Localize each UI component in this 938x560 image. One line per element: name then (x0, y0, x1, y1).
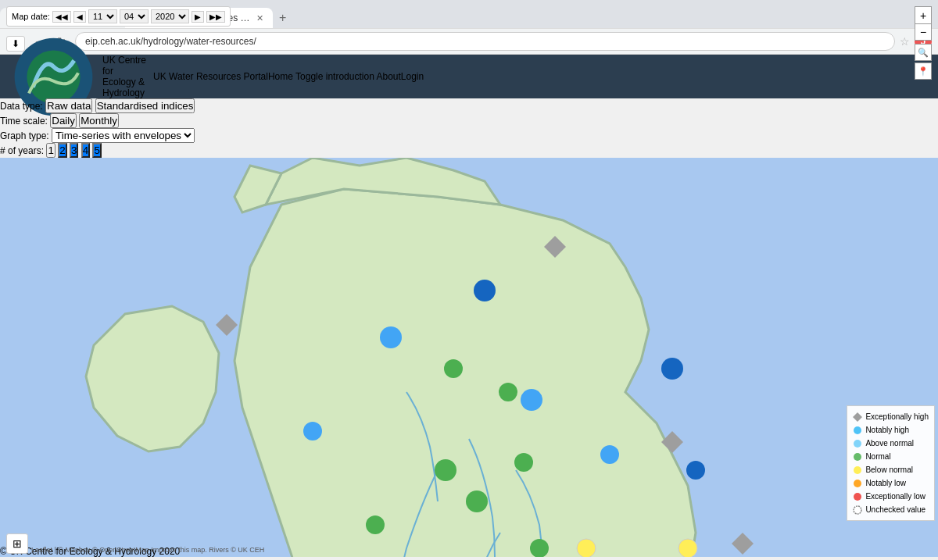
map-point[interactable] (678, 539, 697, 557)
map-point[interactable] (661, 358, 683, 380)
map-point[interactable] (380, 326, 402, 348)
map-legend: Exceptionally high Notably high Above no… (847, 405, 935, 521)
map-attribution: Leaflet | © Mapbox © OpenStreetMap Impro… (31, 546, 264, 554)
svg-point-14 (854, 466, 861, 474)
main-content: 0 30 km 20 mi Map date: ◀◀ ◀ 11 04 2020 … (0, 158, 938, 546)
years-label: # of years: (0, 145, 44, 156)
data-type-group: Data type: Raw data Standardised indices (0, 98, 938, 113)
svg-point-16 (854, 493, 861, 501)
years-4-button[interactable]: 4 (81, 143, 90, 158)
map-point[interactable] (577, 539, 596, 557)
nav-toggle-intro[interactable]: Toggle introduction (295, 71, 374, 82)
map-search-area: 🔍 (915, 44, 932, 61)
legend-item-exc-high: Exceptionally high (853, 410, 929, 423)
map-point[interactable] (499, 383, 517, 401)
map-panel: 0 30 km 20 mi Map date: ◀◀ ◀ 11 04 2020 … (0, 158, 938, 557)
login-link[interactable]: Login (401, 71, 424, 82)
map-next-next-btn[interactable]: ▶▶ (206, 11, 225, 23)
logo-text: UK Centre for Ecology & Hydrology (102, 55, 153, 98)
main-nav: Home Toggle introduction About (268, 71, 401, 82)
map-search-button[interactable]: 🔍 (915, 44, 932, 61)
map-point[interactable] (474, 280, 496, 301)
map-point[interactable] (466, 490, 488, 512)
tab-portal-close[interactable]: ✕ (256, 13, 263, 23)
raw-data-button[interactable]: Raw data (45, 98, 92, 113)
nav-home[interactable]: Home (268, 71, 293, 82)
years-2-button[interactable]: 2 (58, 143, 66, 158)
map-point[interactable] (366, 515, 385, 534)
graph-type-label: Graph type: (0, 130, 49, 141)
map-point[interactable] (444, 359, 463, 378)
daily-button[interactable]: Daily (50, 113, 77, 128)
time-scale-label: Time scale: (0, 116, 48, 127)
svg-point-15 (854, 480, 861, 487)
map-day-select[interactable]: 11 (88, 9, 117, 23)
legend-item-unchecked: Unchecked value (853, 503, 929, 516)
layers-area: ⊞ (6, 533, 28, 554)
bookmark-icon[interactable]: ☆ (900, 35, 910, 48)
legend-item-exc-low: Exceptionally low (853, 490, 929, 503)
svg-point-13 (854, 453, 861, 461)
svg-marker-10 (853, 412, 862, 422)
map-date-control: Map date: ◀◀ ◀ 11 04 2020 ▶ ▶▶ (6, 6, 231, 27)
graph-type-select[interactable]: Time-series with envelopes Time-series B… (52, 128, 195, 143)
years-5-button[interactable]: 5 (92, 143, 101, 158)
url-input[interactable] (75, 32, 895, 51)
map-prev-btn[interactable]: ◀ (73, 11, 86, 23)
svg-point-12 (854, 440, 861, 448)
legend-item-not-low: Notably low (853, 476, 929, 490)
map-point[interactable] (521, 389, 542, 411)
legend-item-normal: Normal (853, 450, 929, 463)
svg-point-11 (854, 426, 861, 434)
map-pin-area: 📍 (915, 62, 932, 80)
legend-item-above: Above normal (853, 437, 929, 450)
map-prev-prev-btn[interactable]: ◀◀ (52, 11, 71, 23)
legend-item-not-high: Notably high (853, 423, 929, 437)
map-download-area: ⬇ (6, 36, 25, 52)
zoom-out-button[interactable]: − (915, 23, 932, 41)
map-point[interactable] (514, 453, 533, 472)
years-3-button[interactable]: 3 (70, 143, 78, 158)
controls-bar: Data type: Raw data Standardised indices… (0, 98, 938, 158)
standardised-indices-button[interactable]: Standardised indices (95, 98, 195, 113)
map-date-label: Map date: (12, 12, 50, 21)
years-1-button[interactable]: 1 (46, 143, 55, 158)
map-point[interactable] (600, 445, 619, 464)
legend-item-below: Below normal (853, 463, 929, 476)
map-point[interactable] (303, 422, 322, 441)
zoom-in-button[interactable]: + (915, 6, 932, 23)
map-background: 0 30 km 20 mi (0, 158, 938, 557)
graph-type-group: Graph type: Time-series with envelopes T… (0, 128, 938, 143)
years-group: # of years: 1 2 3 4 5 (0, 143, 938, 158)
zoom-controls: + − (915, 6, 932, 41)
map-point[interactable] (686, 461, 705, 480)
app-header: UK Centre for Ecology & Hydrology UK Wat… (0, 55, 938, 98)
svg-point-17 (854, 506, 861, 514)
monthly-button[interactable]: Monthly (79, 113, 119, 128)
map-month-select[interactable]: 04 (120, 9, 149, 23)
layers-button[interactable]: ⊞ (6, 533, 28, 554)
map-pin-button[interactable]: 📍 (915, 62, 932, 80)
site-title: UK Water Resources Portal (153, 71, 268, 82)
map-point[interactable] (435, 459, 456, 481)
nav-about[interactable]: About (376, 71, 400, 82)
map-next-btn[interactable]: ▶ (192, 11, 204, 23)
data-type-label: Data type: (0, 101, 43, 112)
map-download-button[interactable]: ⬇ (6, 36, 25, 52)
map-year-select[interactable]: 2020 (151, 9, 189, 23)
map-point[interactable] (530, 539, 549, 557)
new-tab-button[interactable]: + (273, 8, 292, 28)
